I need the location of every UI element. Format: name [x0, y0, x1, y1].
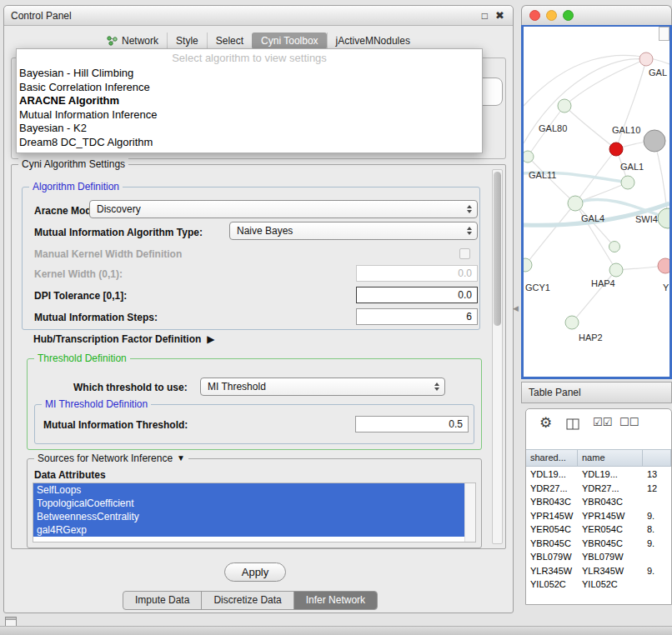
- splitter-collapse-icon[interactable]: ◀: [513, 304, 519, 312]
- application-window: Control Panel □ ✖ Network Style Select C…: [0, 0, 672, 635]
- kernel-width-label: Kernel Width (0,1):: [34, 268, 123, 280]
- cell-name: YIL052C: [578, 578, 643, 592]
- mi-steps-field[interactable]: 6: [356, 308, 478, 325]
- mi-algorithm-type-label: Mutual Information Algorithm Type:: [34, 227, 203, 238]
- table-row[interactable]: YBR045C YBR045C 9.: [526, 537, 671, 551]
- network-canvas[interactable]: GAL GAL80 GAL10 GAL11 GAL1 SWI4 GAL4 GCY…: [524, 27, 669, 377]
- settings-scrollbar[interactable]: [492, 169, 503, 544]
- cell-shared-name: YBR043C: [526, 495, 578, 509]
- minimize-button[interactable]: [546, 10, 557, 21]
- network-graph: GAL GAL80 GAL10 GAL11 GAL1 SWI4 GAL4 GCY…: [524, 27, 669, 377]
- tab-label: Cyni Toolbox: [261, 35, 318, 47]
- network-node[interactable]: [524, 151, 534, 162]
- cyni-mode-tabs: Impute Data Discretize Data Infer Networ…: [123, 591, 378, 610]
- tab-select[interactable]: Select: [207, 32, 252, 49]
- column-header-shared-name[interactable]: shared...: [526, 450, 578, 466]
- dropdown-item[interactable]: Basic Correlation Inference: [17, 81, 482, 95]
- columns-icon[interactable]: [566, 418, 580, 431]
- node-label: GAL11: [529, 170, 556, 180]
- hub-transcription-factor-section[interactable]: Hub/Transcription Factor Definition ▶: [33, 333, 215, 345]
- column-header-name[interactable]: name: [578, 450, 643, 466]
- mi-algorithm-type-combobox[interactable]: Naive Bayes: [229, 222, 478, 240]
- zoom-button[interactable]: [563, 10, 574, 21]
- cell-shared-name: YDL19...: [526, 468, 578, 482]
- dropdown-item-selected[interactable]: ARACNE Algorithm: [17, 94, 482, 108]
- network-node[interactable]: [658, 208, 669, 228]
- list-item[interactable]: BetweennessCentrality: [33, 510, 464, 523]
- list-item[interactable]: TopologicalCoefficient: [33, 497, 464, 510]
- field-value: 0.0: [458, 268, 472, 279]
- cell-extra: [643, 495, 671, 509]
- table-row[interactable]: YBR043C YBR043C: [526, 495, 671, 509]
- network-node[interactable]: [658, 258, 669, 273]
- cell-shared-name: YBL079W: [526, 550, 578, 564]
- tab-network[interactable]: Network: [98, 32, 167, 49]
- table-row[interactable]: YLR345W YLR345W 9.: [526, 564, 671, 578]
- deselect-all-icon[interactable]: ☐☐: [619, 416, 639, 428]
- table-row[interactable]: YIL052C YIL052C: [526, 578, 671, 592]
- apply-button[interactable]: Apply: [224, 562, 286, 582]
- network-node[interactable]: [621, 176, 634, 189]
- mi-threshold-definition-group: MI Threshold Definition Mutual Informati…: [34, 404, 474, 444]
- canvas-scrollbar-fragment[interactable]: [659, 27, 669, 41]
- algorithm-definition-group: Algorithm Definition Aracne Mode: Discov…: [22, 187, 480, 330]
- network-node[interactable]: [609, 263, 623, 277]
- tab-discretize-data[interactable]: Discretize Data: [201, 592, 293, 609]
- list-item[interactable]: SelfLoops: [33, 483, 464, 497]
- close-window-icon[interactable]: ✖: [495, 6, 504, 26]
- table-panel: ⚙ ☑☑ ☐☐ shared... name YDL19... YDL19...…: [525, 408, 672, 605]
- which-threshold-combobox[interactable]: MI Threshold: [200, 378, 445, 396]
- network-node[interactable]: [558, 99, 571, 112]
- sources-title-text: Sources for Network Inference: [38, 452, 173, 464]
- control-panel-titlebar: Control Panel □ ✖: [4, 6, 513, 26]
- expand-right-icon[interactable]: ▶: [207, 333, 214, 345]
- tab-style[interactable]: Style: [167, 32, 207, 49]
- tab-impute-data[interactable]: Impute Data: [123, 592, 201, 609]
- list-item[interactable]: gal4RGexp: [33, 523, 464, 537]
- table-row[interactable]: YPR145W YPR145W 9.: [526, 509, 671, 523]
- hub-section-label: Hub/Transcription Factor Definition: [33, 333, 201, 345]
- field-value: 6: [466, 311, 472, 322]
- dropdown-item[interactable]: Dream8 DC_TDC Algorithm: [17, 136, 482, 150]
- network-node-selected[interactable]: [609, 142, 623, 156]
- float-window-icon[interactable]: □: [482, 6, 488, 26]
- dpi-tolerance-field[interactable]: 0.0: [356, 287, 478, 303]
- cell-extra: 9.: [643, 509, 671, 523]
- gear-icon[interactable]: ⚙: [539, 414, 552, 432]
- tab-jactivemnodules[interactable]: jActiveMNodules: [327, 32, 419, 49]
- table-row[interactable]: YBL079W YBL079W: [526, 550, 671, 564]
- cell-name: YBR043C: [578, 495, 643, 509]
- cell-shared-name: YDR27...: [526, 482, 578, 496]
- scrollbar-thumb[interactable]: [494, 172, 501, 326]
- list-scrollbar[interactable]: [464, 483, 475, 542]
- manual-kernel-width-checkbox[interactable]: [459, 248, 470, 259]
- dropdown-item[interactable]: Bayesian - Hill Climbing: [17, 67, 482, 81]
- aracne-mode-combobox[interactable]: Discovery: [89, 200, 478, 218]
- kernel-width-field[interactable]: 0.0: [356, 265, 478, 282]
- mi-threshold-field[interactable]: 0.5: [355, 416, 469, 432]
- network-node[interactable]: [644, 130, 665, 152]
- network-node[interactable]: [609, 242, 620, 252]
- which-threshold-label: Which threshold to use:: [73, 382, 188, 393]
- collapse-down-icon[interactable]: ▼: [177, 452, 185, 464]
- tab-cyni-toolbox[interactable]: Cyni Toolbox: [252, 32, 326, 49]
- network-node[interactable]: [524, 258, 532, 272]
- node-label: HAP4: [591, 278, 615, 288]
- network-node[interactable]: [565, 316, 579, 329]
- mi-threshold-definition-title: MI Threshold Definition: [42, 398, 151, 410]
- dropdown-item[interactable]: Bayesian - K2: [17, 122, 482, 136]
- select-all-icon[interactable]: ☑☑: [593, 416, 612, 428]
- sources-group-title[interactable]: Sources for Network Inference ▼: [34, 452, 188, 464]
- close-button[interactable]: [529, 10, 540, 21]
- column-header-extra[interactable]: [643, 450, 671, 466]
- tab-infer-network[interactable]: Infer Network: [293, 592, 377, 609]
- data-attributes-list[interactable]: SelfLoops TopologicalCoefficient Between…: [33, 482, 476, 542]
- table-row[interactable]: YER054C YER054C 8.: [526, 522, 671, 537]
- table-row[interactable]: YDR27... YDR27... 12: [526, 482, 671, 496]
- network-node[interactable]: [639, 52, 653, 66]
- network-node[interactable]: [568, 196, 583, 211]
- node-label: Y: [663, 282, 669, 292]
- dropdown-item[interactable]: Mutual Information Inference: [17, 108, 482, 122]
- table-row[interactable]: YDL19... YDL19... 13: [526, 468, 671, 482]
- cell-extra: 13: [643, 468, 671, 482]
